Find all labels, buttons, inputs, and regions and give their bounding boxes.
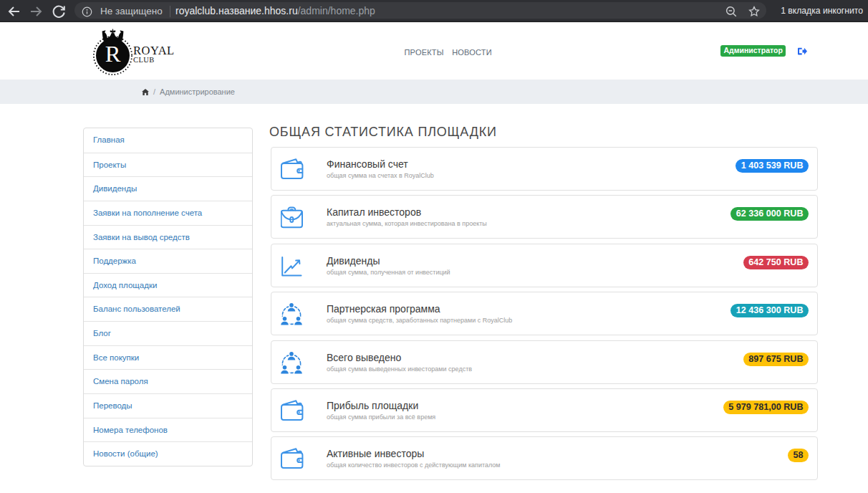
svg-text:CLUB: CLUB — [133, 56, 155, 64]
svg-text:R: R — [105, 41, 121, 67]
